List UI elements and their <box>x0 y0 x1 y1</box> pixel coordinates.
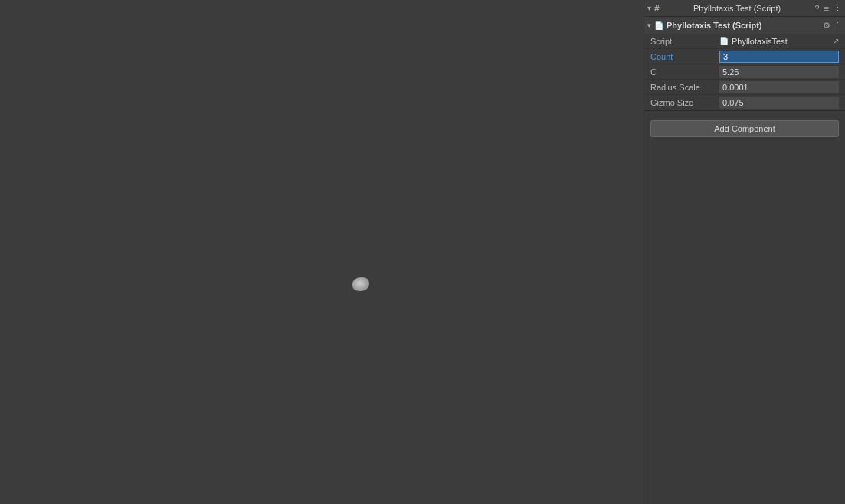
count-input[interactable] <box>719 51 839 63</box>
settings-icon[interactable]: ≡ <box>824 4 829 13</box>
script-link-icon[interactable]: ↗ <box>833 37 839 45</box>
radius-scale-input[interactable] <box>719 81 839 93</box>
inspector-header: ▾ # Phyllotaxis Test (Script) ? ≡ ⋮ <box>644 0 845 17</box>
script-value: 📄 PhyllotaxisTest ↗ <box>719 37 839 46</box>
c-row: C <box>644 64 845 80</box>
inspector-title: Phyllotaxis Test (Script) <box>663 4 812 13</box>
script-row: Script 📄 PhyllotaxisTest ↗ <box>644 34 845 49</box>
gizmo-size-input[interactable] <box>719 97 839 109</box>
fold-arrow-icon: ▾ <box>647 4 651 12</box>
gizmo-size-label: Gizmo Size <box>650 98 719 107</box>
script-icon: 📄 <box>719 37 729 45</box>
main-container: ▾ # Phyllotaxis Test (Script) ? ≡ ⋮ ▾ 📄 … <box>0 0 845 504</box>
gizmo-size-row: Gizmo Size <box>644 95 845 110</box>
header-icons: ? ≡ ⋮ <box>814 3 842 13</box>
hash-icon: # <box>654 3 660 14</box>
help-icon[interactable]: ? <box>814 4 819 13</box>
component-section: ▾ 📄 Phyllotaxis Test (Script) ⚙ ⋮ Script… <box>644 17 845 111</box>
component-overflow-icon[interactable]: ⋮ <box>834 21 842 31</box>
radius-scale-label: Radius Scale <box>650 83 719 92</box>
scene-view[interactable] <box>0 0 644 504</box>
count-row: Count <box>644 49 845 64</box>
add-component-button[interactable]: Add Component <box>650 120 839 137</box>
component-settings-icons: ⚙ ⋮ <box>823 21 842 31</box>
component-title: Phyllotaxis Test (Script) <box>667 21 820 30</box>
c-input[interactable] <box>719 66 839 78</box>
component-settings-icon[interactable]: ⚙ <box>823 21 830 31</box>
script-file-icon: 📄 <box>654 21 663 30</box>
scene-object <box>352 277 369 291</box>
component-fold-arrow-icon[interactable]: ▾ <box>647 21 651 29</box>
overflow-icon[interactable]: ⋮ <box>834 3 842 13</box>
inspector-panel: ▾ # Phyllotaxis Test (Script) ? ≡ ⋮ ▾ 📄 … <box>644 0 845 504</box>
scene-object-shape <box>352 277 369 291</box>
script-name: PhyllotaxisTest <box>732 37 788 46</box>
radius-scale-row: Radius Scale <box>644 80 845 95</box>
script-label: Script <box>650 37 719 46</box>
count-label: Count <box>650 52 719 61</box>
component-header: ▾ 📄 Phyllotaxis Test (Script) ⚙ ⋮ <box>644 17 845 34</box>
c-label: C <box>650 67 719 77</box>
inspector-spacer <box>644 146 845 504</box>
